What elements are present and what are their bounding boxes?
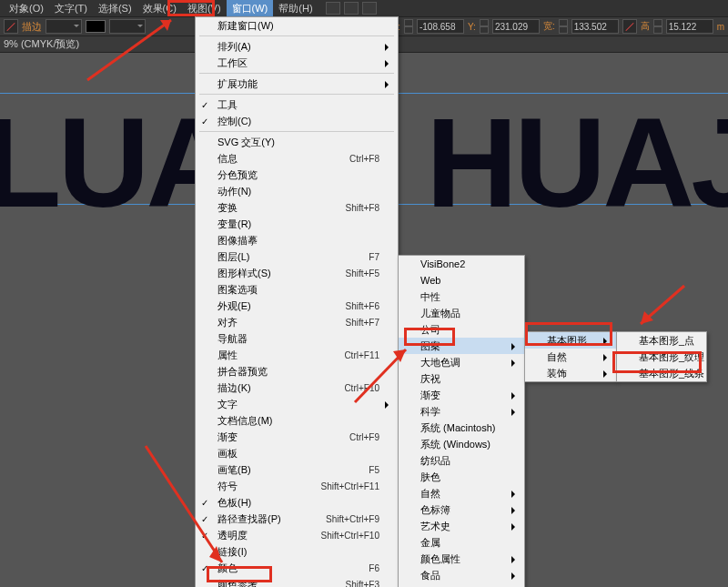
menu-window[interactable]: 窗口(W) [227,0,274,17]
menu-effect[interactable]: 效果(C) [137,0,182,17]
menu-item[interactable]: 肤色 [399,469,524,485]
unit-label: m [717,22,724,32]
artwork-text-right: HUAJ [426,89,728,237]
menu-item[interactable]: 色标簿 [399,501,524,518]
h-field[interactable]: 15.122 [666,19,713,34]
menu-item[interactable]: 控制(C) [196,113,398,129]
h-spinner[interactable] [653,19,662,34]
menu-item[interactable]: 画笔(B)F5 [196,461,398,478]
menu-object[interactable]: 对象(O) [4,0,49,17]
menu-item[interactable]: 系统 (Windows) [399,436,524,452]
link-icon[interactable] [622,19,637,34]
toolbar-icon-1[interactable] [326,2,340,15]
menu-item[interactable]: Web [399,272,524,288]
menu-item[interactable]: 默认色板 [399,583,524,587]
menu-select[interactable]: 选择(S) [93,0,137,17]
menu-item[interactable]: 图形样式(S)Shift+F5 [196,265,398,281]
pattern-submenu: 基本图形自然装饰 [524,331,617,382]
window-menu: 新建窗口(W)排列(A)工作区扩展功能工具控制(C)SVG 交互(Y)信息Ctr… [195,16,399,587]
menu-item[interactable]: 图像描摹 [196,232,398,248]
menu-item[interactable]: 图层(L)F7 [196,248,398,265]
menu-item[interactable]: 排列(A) [196,38,398,55]
menu-item[interactable]: 金属 [399,534,524,551]
menubar-icons [326,2,377,15]
menu-item[interactable]: 色板(H) [196,494,398,511]
y-label: Y: [468,22,476,32]
menu-item[interactable]: 中性 [399,288,524,305]
menu-item[interactable]: 链接(I) [196,543,398,560]
w-label: 宽: [543,20,555,33]
menu-text[interactable]: 文字(T) [49,0,93,17]
menu-item[interactable]: 渐变Ctrl+F9 [196,429,398,445]
menu-item[interactable]: 文字 [196,396,398,412]
menu-item[interactable]: 公司 [399,321,524,338]
h-label: 高 [641,20,650,33]
menu-item[interactable]: 自然 [399,485,524,501]
menu-item[interactable]: 图案 [399,338,524,354]
toolbar-icon-3[interactable] [362,2,377,15]
menu-item[interactable]: SVG 交互(Y) [196,134,398,150]
menu-item[interactable]: 工具 [196,96,398,113]
menu-item[interactable]: VisiBone2 [399,256,524,272]
fill-swatch[interactable] [86,20,106,33]
menu-item[interactable]: 透明度Shift+Ctrl+F10 [196,527,398,543]
menu-item[interactable]: 拼合器预览 [196,363,398,380]
x-spinner[interactable] [404,19,413,34]
swatch-library-submenu: VisiBone2Web中性儿童物品公司图案大地色调庆祝渐变科学系统 (Maci… [398,255,525,587]
menu-item[interactable]: 分色预览 [196,167,398,183]
menu-view[interactable]: 视图(V) [182,0,227,17]
menu-item[interactable]: 变量(R) [196,216,398,232]
menu-item[interactable]: 颜色参考Shift+F3 [196,576,398,587]
menu-item[interactable]: 庆祝 [399,370,524,387]
x-field[interactable]: -108.658 [417,19,464,34]
menu-item[interactable]: 颜色F6 [196,560,398,576]
menu-item[interactable]: 艺术史 [399,518,524,534]
menu-item[interactable]: 基本图形_点 [617,332,706,349]
menu-item[interactable]: 动作(N) [196,183,398,199]
menu-item[interactable]: 基本图形 [525,332,616,349]
menu-item[interactable]: 渐变 [399,387,524,403]
menu-item[interactable]: 变换Shift+F8 [196,199,398,216]
menu-item[interactable]: 路径查找器(P)Shift+Ctrl+F9 [196,511,398,527]
menu-item[interactable]: 食品 [399,567,524,583]
stroke-label: 描边 [22,20,42,34]
menu-item[interactable]: 儿童物品 [399,305,524,321]
menu-item[interactable]: 描边(K)Ctrl+F10 [196,380,398,396]
menu-help[interactable]: 帮助(H) [273,0,318,17]
menu-item[interactable]: 符号Shift+Ctrl+F11 [196,478,398,494]
toolbar-icon-2[interactable] [344,2,359,15]
no-selection-icon [4,19,18,34]
menubar: 对象(O) 文字(T) 选择(S) 效果(C) 视图(V) 窗口(W) 帮助(H… [0,0,728,16]
menu-item[interactable]: 对齐Shift+F7 [196,314,398,330]
menu-item[interactable]: 科学 [399,403,524,420]
menu-item[interactable]: 信息Ctrl+F8 [196,150,398,167]
fill-dropdown[interactable] [109,19,146,34]
y-field[interactable]: 231.029 [492,19,540,34]
menu-item[interactable]: 扩展功能 [196,76,398,92]
menu-item[interactable]: 工作区 [196,55,398,71]
menu-item[interactable]: 图案选项 [196,281,398,298]
y-spinner[interactable] [480,19,489,34]
menu-item[interactable]: 颜色属性 [399,551,524,567]
menu-item[interactable]: 基本图形_纹理 [617,349,706,365]
menu-item[interactable]: 基本图形_线条 [617,365,706,381]
w-spinner[interactable] [559,19,568,34]
menu-item[interactable]: 系统 (Macintosh) [399,420,524,436]
menu-item[interactable]: 大地色调 [399,354,524,370]
menu-item[interactable]: 外观(E)Shift+F6 [196,298,398,314]
menu-item[interactable]: 文档信息(M) [196,412,398,429]
menu-item[interactable]: 画板 [196,445,398,461]
menu-item[interactable]: 新建窗口(W) [196,17,398,34]
menu-item[interactable]: 属性Ctrl+F11 [196,347,398,363]
w-field[interactable]: 133.502 [571,19,619,34]
menu-item[interactable]: 导航器 [196,330,398,347]
menu-item[interactable]: 装饰 [525,365,616,381]
menu-item[interactable]: 纺织品 [399,452,524,469]
stroke-dropdown[interactable] [46,19,82,34]
menu-item[interactable]: 自然 [525,349,616,365]
basic-graphics-submenu: 基本图形_点基本图形_纹理基本图形_线条 [616,331,707,382]
